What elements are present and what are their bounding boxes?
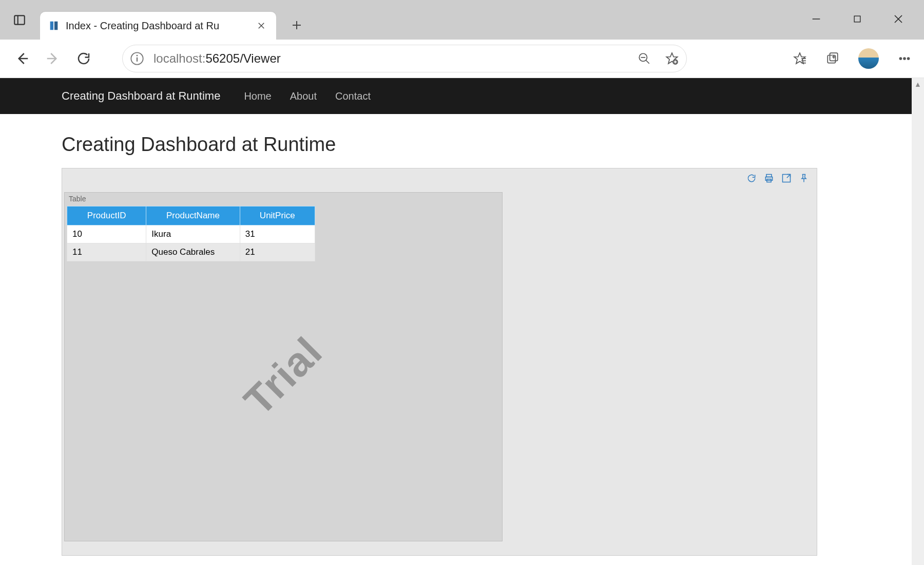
data-table: ProductID ProductName UnitPrice 10 Ikura… bbox=[67, 206, 315, 261]
page-content: Creating Dashboard at Runtime Home About… bbox=[0, 78, 924, 565]
url-text: localhost:56205/Viewer bbox=[153, 51, 281, 66]
svg-rect-9 bbox=[854, 16, 860, 22]
nav-home[interactable]: Home bbox=[244, 90, 271, 102]
browser-window: Index - Creating Dashboard at Ru localho… bbox=[0, 0, 924, 565]
dashboard-panel: Table ProductID ProductName UnitPrice 10 bbox=[62, 168, 817, 556]
cell-productid: 10 bbox=[67, 225, 146, 243]
dashboard-fullscreen-icon[interactable] bbox=[781, 173, 792, 184]
svg-rect-0 bbox=[14, 15, 25, 24]
svg-point-34 bbox=[908, 58, 910, 60]
forward-button[interactable] bbox=[40, 46, 66, 71]
browser-tab[interactable]: Index - Creating Dashboard at Ru bbox=[40, 12, 276, 40]
cell-productname: Queso Cabrales bbox=[146, 243, 240, 261]
tab-actions-button[interactable] bbox=[8, 9, 31, 31]
table-row[interactable]: 10 Ikura 31 bbox=[67, 225, 315, 243]
col-unitprice[interactable]: UnitPrice bbox=[240, 206, 315, 225]
minimize-button[interactable] bbox=[806, 9, 826, 29]
svg-rect-28 bbox=[827, 55, 835, 63]
svg-rect-2 bbox=[50, 22, 53, 30]
url-host: localhost: bbox=[153, 51, 205, 65]
svg-rect-3 bbox=[54, 22, 57, 30]
close-tab-button[interactable] bbox=[254, 18, 269, 33]
svg-point-16 bbox=[137, 55, 138, 56]
nav-contact[interactable]: Contact bbox=[335, 90, 371, 102]
maximize-button[interactable] bbox=[847, 9, 868, 29]
col-productname[interactable]: ProductName bbox=[146, 206, 240, 225]
refresh-button[interactable] bbox=[71, 46, 97, 71]
tab-title: Index - Creating Dashboard at Ru bbox=[66, 20, 219, 32]
cell-unitprice: 21 bbox=[240, 243, 315, 261]
favicon-icon bbox=[48, 20, 60, 31]
table-row[interactable]: 11 Queso Cabrales 21 bbox=[67, 243, 315, 261]
dashboard-print-icon[interactable] bbox=[763, 173, 775, 184]
window-controls bbox=[806, 9, 909, 29]
nav-about[interactable]: About bbox=[290, 90, 317, 102]
address-bar[interactable]: localhost:56205/Viewer bbox=[122, 45, 687, 72]
dashboard-refresh-icon[interactable] bbox=[746, 173, 757, 184]
site-info-icon[interactable] bbox=[130, 51, 144, 66]
favorites-icon[interactable] bbox=[793, 51, 807, 66]
more-menu-icon[interactable] bbox=[897, 51, 912, 66]
new-tab-button[interactable] bbox=[285, 14, 308, 36]
trial-watermark: Trial bbox=[235, 328, 332, 424]
cell-unitprice: 31 bbox=[240, 225, 315, 243]
cell-productid: 11 bbox=[67, 243, 146, 261]
toolbar-right bbox=[793, 48, 912, 69]
page-heading: Creating Dashboard at Runtime bbox=[62, 134, 862, 156]
title-bar: Index - Creating Dashboard at Ru bbox=[0, 0, 924, 40]
col-productid[interactable]: ProductID bbox=[67, 206, 146, 225]
svg-point-33 bbox=[903, 58, 906, 60]
site-brand[interactable]: Creating Dashboard at Runtime bbox=[62, 89, 220, 103]
page-body: Creating Dashboard at Runtime Table Prod… bbox=[0, 114, 924, 556]
table-widget-title: Table bbox=[65, 193, 502, 205]
table-widget: Table ProductID ProductName UnitPrice 10 bbox=[64, 192, 503, 541]
add-favorite-icon[interactable] bbox=[665, 51, 679, 66]
profile-avatar[interactable] bbox=[858, 48, 879, 69]
svg-line-39 bbox=[787, 175, 791, 178]
collections-icon[interactable] bbox=[825, 51, 840, 66]
svg-line-18 bbox=[646, 60, 649, 64]
back-button[interactable] bbox=[9, 46, 35, 71]
url-path: 56205/Viewer bbox=[205, 51, 280, 65]
address-row: localhost:56205/Viewer bbox=[0, 40, 924, 78]
table-header-row: ProductID ProductName UnitPrice bbox=[67, 206, 315, 225]
close-window-button[interactable] bbox=[888, 9, 909, 29]
svg-point-32 bbox=[899, 58, 901, 60]
site-navbar: Creating Dashboard at Runtime Home About… bbox=[0, 78, 924, 114]
scroll-up-icon[interactable]: ▲ bbox=[912, 78, 924, 90]
cell-productname: Ikura bbox=[146, 225, 240, 243]
dashboard-pin-icon[interactable] bbox=[798, 173, 810, 184]
zoom-out-icon[interactable] bbox=[637, 51, 651, 66]
dashboard-toolbar bbox=[746, 173, 810, 184]
vertical-scrollbar[interactable]: ▲ bbox=[912, 78, 924, 565]
